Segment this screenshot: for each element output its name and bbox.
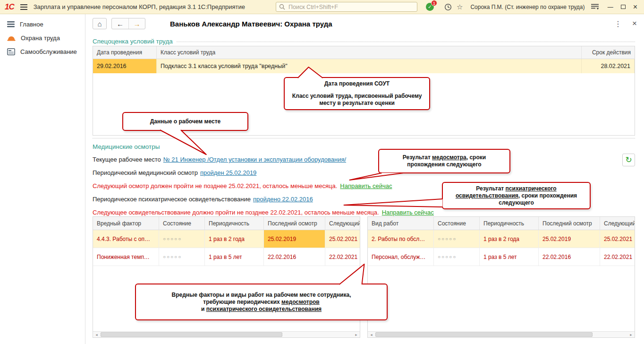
psych-result-link[interactable]: пройдено 22.02.2016 — [253, 196, 313, 203]
factors-table-header: Вредный фактор Состояние Периодичность П… — [93, 217, 360, 230]
table-row[interactable]: 29.02.2016 Подкласс 3.1 класса условий т… — [93, 59, 635, 73]
more-menu-button[interactable]: ⋮ — [614, 19, 622, 28]
workplace-line: Текущее рабочее место№ 21 Инженер /Отдел… — [93, 156, 635, 164]
home-button[interactable]: ⌂ — [93, 18, 107, 29]
self-service-icon — [7, 48, 15, 55]
medical-section-header: Медицинские осмотры — [93, 142, 635, 151]
column-header-class[interactable]: Класс условий труда — [157, 46, 582, 59]
workplace-link[interactable]: № 21 Инженер /Отдел установки и эксплуат… — [163, 156, 346, 163]
back-button[interactable]: ← — [112, 18, 128, 29]
status-cell: ○○○○○ — [159, 248, 205, 266]
search-icon — [279, 4, 285, 10]
column-header[interactable]: Состояние — [159, 217, 205, 230]
status-circles-icon: ○○○○○ — [163, 236, 182, 241]
favorites-button[interactable]: ☆ — [457, 3, 463, 11]
exam-line: Периодический медицинский осмотрпройден … — [93, 169, 635, 178]
table-row[interactable]: Пониженная темп… ○○○○○ 1 раз в 5 лет 22.… — [93, 248, 360, 266]
sout-class-cell: Подкласс 3.1 класса условий труда "вредн… — [157, 59, 582, 73]
exam-label: Периодический медицинский осмотр — [93, 169, 198, 176]
scroll-right-button[interactable]: ► — [353, 332, 360, 337]
h-scrollbar[interactable]: ◄ ► — [93, 331, 360, 337]
status-circles-icon: ○○○○○ — [438, 254, 457, 259]
clock-icon — [444, 3, 452, 11]
callout-psych-note: Результат психиатрического освидетельств… — [442, 182, 591, 209]
factor-name-cell: Пониженная темп… — [93, 248, 159, 266]
column-header[interactable]: Вид работ — [368, 217, 434, 230]
table-row[interactable]: 2. Работы по обсл… ○○○○○ 1 раз в 2 года … — [368, 230, 635, 248]
column-header[interactable]: Вредный фактор — [93, 217, 159, 230]
section-separator — [93, 138, 635, 138]
scroll-left-button[interactable]: ◄ — [93, 332, 100, 337]
forward-arrow-icon: → — [134, 20, 141, 28]
send-now-link-psych[interactable]: Направить сейчас — [382, 209, 434, 216]
status-cell: ○○○○○ — [434, 248, 480, 266]
exam-result-link[interactable]: пройден 25.02.2019 — [200, 169, 256, 176]
sidebar-item-self-service[interactable]: Самообслуживание — [0, 45, 85, 59]
notifications-button[interactable]: ✓ 1 — [426, 3, 434, 11]
page-title: Ваньков Александр Матвеевич: Охрана труд… — [170, 20, 332, 28]
global-search — [276, 2, 417, 12]
ellipsis-icon: ⋮ — [614, 20, 622, 28]
scroll-track[interactable] — [100, 332, 353, 337]
callout-exam-note: Результат медосмотра, сроки прохождения … — [378, 149, 510, 173]
next-exam-cell: 22.02.2021 — [325, 248, 360, 266]
column-header[interactable]: Последний осмотр — [264, 217, 325, 230]
scroll-track[interactable] — [375, 332, 627, 337]
column-header[interactable]: Следующий — [600, 217, 635, 230]
next-exam-cell: 25.02.2021 — [600, 230, 635, 248]
column-header[interactable]: Периодичность — [480, 217, 539, 230]
close-form-button[interactable]: × — [632, 20, 637, 27]
factor-name-cell: 4.4.3. Работы с оп… — [93, 230, 159, 248]
scroll-right-button[interactable]: ► — [627, 332, 635, 337]
column-header-date[interactable]: Дата проведения — [93, 46, 157, 59]
current-user[interactable]: Сорока П.М. (Ст. инженер по охране труда… — [470, 4, 585, 10]
callout-text: Класс условий труда, присвоенный рабочем… — [289, 93, 424, 107]
status-cell: ○○○○○ — [159, 230, 205, 248]
sout-section-header: Спецоценка условий труда — [93, 36, 635, 46]
minimize-button[interactable]: — — [608, 4, 613, 10]
period-cell: 1 раз в 5 лет — [480, 248, 539, 266]
column-header[interactable]: Состояние — [434, 217, 480, 230]
scroll-thumb[interactable] — [375, 332, 593, 337]
callout-text: медосмотров — [281, 299, 320, 305]
sidebar-item-main[interactable]: Главное — [0, 17, 85, 31]
main-menu-button[interactable] — [19, 3, 29, 11]
column-header[interactable]: Последний осмотр — [539, 217, 600, 230]
psych-label: Периодическое психиатрическое освидетель… — [93, 196, 251, 203]
maximize-button[interactable] — [621, 5, 626, 9]
psych-warning: Следующее освидетельствование должно про… — [93, 209, 379, 216]
column-header[interactable]: Периодичность — [205, 217, 264, 230]
column-header-valid[interactable]: Срок действия — [582, 46, 635, 59]
section-title-medical: Медицинские осмотры — [93, 143, 160, 150]
history-button[interactable] — [444, 3, 452, 11]
next-exam-cell: 25.02.2021 — [325, 230, 360, 248]
h-scrollbar[interactable]: ◄ ► — [368, 331, 635, 337]
period-cell: 1 раз в 5 лет — [205, 248, 264, 266]
sidebar-item-labor-safety[interactable]: Охрана труда — [0, 31, 85, 45]
back-arrow-icon: ← — [117, 20, 124, 28]
sout-table-header: Дата проведения Класс условий труда Срок… — [93, 46, 635, 59]
callout-text: Результат — [476, 185, 505, 192]
send-now-link-exam[interactable]: Направить сейчас — [340, 182, 392, 189]
scroll-thumb[interactable] — [101, 332, 282, 337]
notification-icon: ✓ — [428, 4, 432, 9]
search-input[interactable] — [276, 2, 417, 12]
table-row[interactable]: 4.4.3. Работы с оп… ○○○○○ 1 раз в 2 года… — [93, 230, 360, 248]
home-icon: ⌂ — [97, 20, 102, 28]
works-table: Вид работ Состояние Периодичность Послед… — [367, 216, 635, 338]
form-toolbar: ⌂ ← → Ваньков Александр Матвеевич: Охран… — [85, 14, 644, 33]
column-header[interactable]: Следующий — [325, 217, 360, 230]
callout-sout-note: Дата проведения СОУТ Класс условий труда… — [284, 77, 430, 110]
scroll-left-button[interactable]: ◄ — [368, 332, 375, 337]
menu-lines-arrow-icon — [591, 4, 599, 10]
settings-menu-button[interactable] — [591, 4, 599, 10]
refresh-button[interactable]: ↻ — [622, 154, 635, 166]
forward-button[interactable]: → — [128, 18, 145, 29]
form-area: ⌂ ← → Ваньков Александр Матвеевич: Охран… — [85, 14, 644, 344]
table-row[interactable]: Персонал, обслуж… ○○○○○ 1 раз в 5 лет 22… — [368, 248, 635, 266]
hamburger-icon — [20, 9, 27, 10]
close-button[interactable]: × — [633, 4, 637, 10]
callout-text: Вредные факторы и виды работ на рабочем … — [141, 292, 382, 299]
sections-sidebar: Главное Охрана труда Самообслуживание — [0, 14, 85, 344]
last-exam-cell: 25.02.2019 — [539, 230, 600, 248]
